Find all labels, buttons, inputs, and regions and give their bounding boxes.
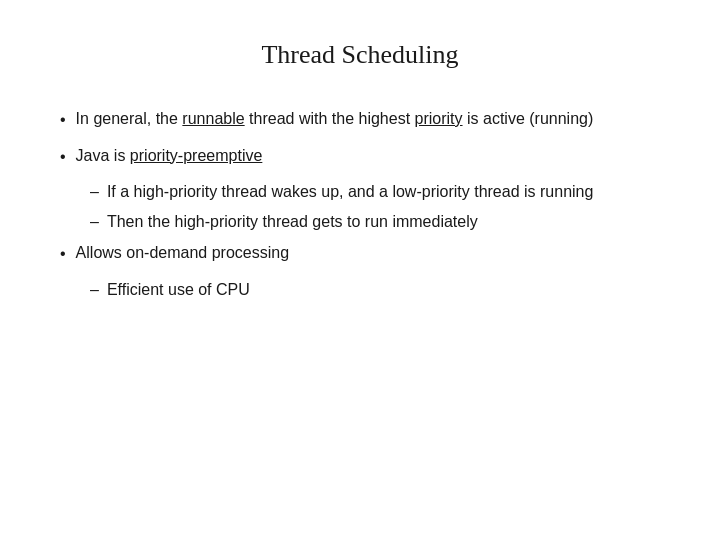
bullet-item-3: • Allows on-demand processing: [60, 240, 660, 267]
bullet-text-3: Allows on-demand processing: [76, 240, 660, 266]
slide-container: Thread Scheduling • In general, the runn…: [0, 0, 720, 540]
dash-2-2: –: [90, 209, 99, 235]
bullet-item-1: • In general, the runnable thread with t…: [60, 106, 660, 133]
bullet-dot-1: •: [60, 107, 66, 133]
sub-text-2-1: If a high-priority thread wakes up, and …: [107, 179, 593, 205]
sub-item-3-1: – Efficient use of CPU: [90, 277, 660, 303]
dash-2-1: –: [90, 179, 99, 205]
sub-item-2-1: – If a high-priority thread wakes up, an…: [90, 179, 660, 205]
priority-preemptive-underline: priority-preemptive: [130, 147, 262, 164]
sub-text-3-1: Efficient use of CPU: [107, 277, 250, 303]
sub-item-2-2: – Then the high-priority thread gets to …: [90, 209, 660, 235]
runnable-underline: runnable: [182, 110, 244, 127]
bullet-item-2: • Java is priority-preemptive: [60, 143, 660, 170]
priority-underline: priority: [415, 110, 463, 127]
slide-content: • In general, the runnable thread with t…: [60, 106, 660, 307]
slide-title: Thread Scheduling: [60, 40, 660, 70]
bullet-dot-3: •: [60, 241, 66, 267]
bullet-text-2: Java is priority-preemptive: [76, 143, 660, 169]
bullet-dot-2: •: [60, 144, 66, 170]
bullet-text-1: In general, the runnable thread with the…: [76, 106, 660, 132]
dash-3-1: –: [90, 277, 99, 303]
sub-text-2-2: Then the high-priority thread gets to ru…: [107, 209, 478, 235]
